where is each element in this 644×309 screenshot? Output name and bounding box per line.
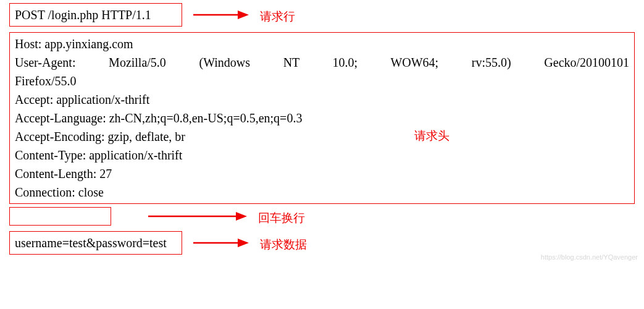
arrow-icon xyxy=(193,9,249,24)
ua-p7: Gecko/20100101 xyxy=(544,56,629,69)
ua-p3: NT xyxy=(283,56,299,69)
ua-p5: WOW64; xyxy=(390,56,438,69)
ua-prefix: User-Agent: xyxy=(15,56,75,69)
arrow-icon xyxy=(193,237,249,252)
body-text: username=test&password=test xyxy=(15,236,167,250)
body-box: username=test&password=test xyxy=(9,231,182,255)
headers-row: Host: app.yinxiang.com User-Agent: Mozil… xyxy=(9,32,635,204)
header-content-type: Content-Type: application/x-thrift xyxy=(15,146,629,164)
ua-p2: (Windows xyxy=(199,56,250,69)
watermark: https://blog.csdn.net/YQavenger xyxy=(541,253,638,261)
header-accept: Accept: application/x-thrift xyxy=(15,90,629,109)
header-user-agent-line1: User-Agent: Mozilla/5.0 (Windows NT 10.0… xyxy=(15,53,629,72)
crlf-row: 回车换行 xyxy=(9,207,635,229)
svg-marker-5 xyxy=(238,239,249,247)
header-connection: Connection: close xyxy=(15,183,629,201)
request-line-text: POST /login.php HTTP/1.1 xyxy=(15,8,151,22)
body-label: 请求数据 xyxy=(260,237,307,253)
ua-p6: rv:55.0) xyxy=(472,56,511,69)
crlf-box xyxy=(9,207,111,226)
headers-box: Host: app.yinxiang.com User-Agent: Mozil… xyxy=(9,32,635,204)
header-accept-language: Accept-Language: zh-CN,zh;q=0.8,en-US;q=… xyxy=(15,109,629,127)
header-host: Host: app.yinxiang.com xyxy=(15,35,629,53)
ua-p1: Mozilla/5.0 xyxy=(109,56,166,69)
headers-label: 请求头 xyxy=(414,128,450,144)
svg-marker-1 xyxy=(238,11,249,19)
ua-p4: 10.0; xyxy=(333,56,358,69)
svg-marker-3 xyxy=(236,212,247,221)
request-line-row: POST /login.php HTTP/1.1 请求行 xyxy=(9,3,635,30)
request-line-box: POST /login.php HTTP/1.1 xyxy=(9,3,182,27)
header-content-length: Content-Length: 27 xyxy=(15,164,629,183)
header-accept-encoding: Accept-Encoding: gzip, deflate, br xyxy=(15,127,629,146)
request-line-label: 请求行 xyxy=(260,9,295,25)
header-user-agent-line2: Firefox/55.0 xyxy=(15,72,629,90)
arrow-icon xyxy=(148,210,247,226)
crlf-label: 回车换行 xyxy=(258,210,305,226)
